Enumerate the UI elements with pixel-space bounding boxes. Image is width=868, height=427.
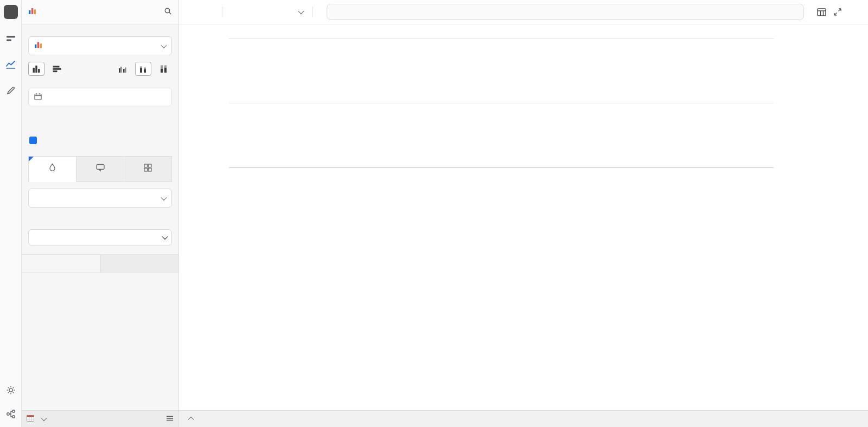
- lineage-list-icon[interactable]: [166, 414, 174, 424]
- calendar-icon: [34, 93, 42, 102]
- gridline-overlay: [229, 103, 774, 103]
- color-mode-dropdown[interactable]: [28, 189, 172, 208]
- toolbar: [179, 0, 868, 24]
- color-field[interactable]: [28, 214, 172, 229]
- aggregate-values-row: [29, 137, 171, 144]
- annotate-pen-icon[interactable]: [4, 84, 17, 97]
- percent-format-button[interactable]: [244, 4, 259, 20]
- sidebar-body: [22, 24, 178, 410]
- chevron-down-icon: [41, 415, 47, 421]
- page-panel-icon[interactable]: [4, 32, 17, 45]
- trellis-grid-icon: [144, 164, 152, 173]
- chevron-down-icon: [162, 234, 168, 240]
- marks-tabs: [28, 156, 172, 182]
- redo-button[interactable]: [202, 4, 217, 20]
- sidebar-header: [22, 0, 178, 24]
- plot-area: [229, 38, 774, 167]
- x-labels: [229, 169, 774, 200]
- tooltip-bubble-icon: [96, 164, 105, 173]
- chevron-down-icon: [161, 42, 167, 48]
- data-grid-toggle[interactable]: [814, 4, 829, 20]
- more-options-kebab[interactable]: [846, 4, 861, 20]
- number-format-dropdown[interactable]: [292, 4, 308, 20]
- chart-element[interactable]: [179, 24, 868, 200]
- tab-metrics[interactable]: [100, 255, 179, 272]
- add-element-button[interactable]: [4, 5, 18, 19]
- panel-tabs: [22, 254, 178, 273]
- subtype-stacked-bar[interactable]: [135, 62, 151, 76]
- subtype-grouped-bar[interactable]: [114, 62, 131, 76]
- element-barchart-icon: [28, 7, 36, 17]
- tab-trellis[interactable]: [124, 156, 172, 182]
- datasource-bar[interactable]: [22, 410, 178, 427]
- legend: [780, 34, 867, 37]
- bar-chart-type-icon: [34, 41, 42, 50]
- subtype-horizontal-bar[interactable]: [49, 62, 65, 76]
- chevron-up-icon[interactable]: [188, 417, 194, 423]
- y-axis: [182, 38, 229, 167]
- color-droplet-icon: [48, 163, 56, 173]
- formula-input[interactable]: [327, 4, 804, 20]
- chevron-down-icon: [298, 8, 304, 14]
- canvas: [179, 24, 868, 410]
- tab-tooltip[interactable]: [76, 156, 124, 182]
- toolbar-divider: [222, 7, 222, 17]
- palette-strip: [31, 232, 158, 243]
- chevron-down-icon: [161, 194, 167, 200]
- status-bar: [179, 410, 868, 427]
- decrease-decimal-button[interactable]: [260, 4, 275, 20]
- chart-element-panel-icon[interactable]: [4, 58, 17, 71]
- toolbar-divider: [312, 7, 313, 17]
- currency-format-button[interactable]: [227, 4, 242, 20]
- search-icon[interactable]: [164, 7, 172, 17]
- main-area: [179, 0, 868, 427]
- palette-dropdown[interactable]: [28, 229, 172, 245]
- bar-subtype-row: [28, 62, 172, 76]
- tab-color[interactable]: [28, 156, 76, 182]
- tab-columns[interactable]: [22, 255, 100, 272]
- viz-type-dropdown[interactable]: [28, 36, 172, 55]
- config-sidebar: [22, 0, 179, 427]
- connections-icon[interactable]: [4, 407, 17, 420]
- subtype-vertical-bar[interactable]: [28, 62, 44, 76]
- maximize-element-button[interactable]: [830, 4, 845, 20]
- subtype-stacked-100-bar[interactable]: [156, 62, 172, 76]
- left-rail: [0, 0, 22, 427]
- undo-button[interactable]: [186, 4, 201, 20]
- settings-gear-icon[interactable]: [4, 384, 17, 397]
- x-axis-baseline: [229, 167, 774, 168]
- app-window: [0, 0, 868, 427]
- aggregate-checkbox[interactable]: [29, 137, 37, 144]
- dataset-icon: [27, 414, 34, 424]
- x-axis-field[interactable]: [28, 88, 172, 106]
- rail-bottom: [4, 384, 17, 427]
- y-axis-field[interactable]: [28, 118, 172, 133]
- increase-decimal-button[interactable]: [276, 4, 291, 20]
